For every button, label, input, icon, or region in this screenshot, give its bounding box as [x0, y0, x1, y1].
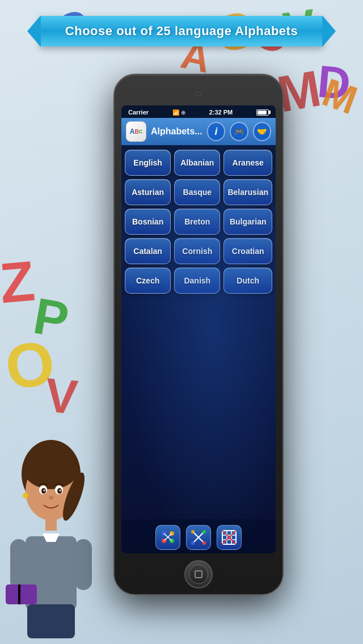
cartoon-woman [0, 429, 113, 644]
language-grid: EnglishAlbanianAraneseAsturianBasqueBela… [121, 145, 276, 298]
app-icon: ABC [126, 121, 146, 142]
info-icon: i [214, 126, 217, 138]
svg-point-28 [191, 530, 195, 533]
lang-btn-basque[interactable]: Basque [174, 179, 220, 205]
app-title: Alphabets... [151, 126, 202, 137]
grid-icon [221, 529, 237, 545]
svg-point-5 [24, 450, 78, 489]
bg-letter: V [43, 367, 80, 426]
hand-icon: 🤝 [257, 127, 267, 136]
svg-rect-16 [75, 539, 92, 590]
phone-top-bar [121, 85, 276, 103]
svg-point-31 [202, 541, 206, 545]
lang-btn-dutch[interactable]: Dutch [223, 268, 272, 294]
svg-rect-19 [27, 604, 75, 638]
lang-btn-belarusian[interactable]: Belarusian [223, 179, 272, 205]
svg-point-13 [49, 496, 53, 499]
dots-icon [160, 529, 176, 545]
wifi-icon: 📶 [172, 109, 179, 116]
app-header: ABC Alphabets... i 🎮 🤝 [121, 118, 276, 145]
banner-ribbon: Choose out of 25 language Alphabets [40, 16, 323, 46]
bottom-toolbar [121, 519, 276, 553]
lang-btn-danish[interactable]: Danish [174, 268, 220, 294]
svg-point-12 [60, 490, 61, 492]
status-bar: Carrier 📶 ⊕ 2:32 PM [121, 105, 276, 118]
gamepad-icon: 🎮 [234, 127, 244, 136]
home-square-icon [195, 570, 202, 578]
home-button-inner [189, 565, 208, 584]
battery-icon [256, 109, 269, 116]
svg-rect-15 [10, 539, 27, 590]
lang-btn-asturian[interactable]: Asturian [125, 179, 171, 205]
lang-btn-bulgarian[interactable]: Bulgarian [223, 209, 272, 235]
info-button[interactable]: i [207, 122, 225, 141]
time-label: 2:32 PM [209, 109, 233, 116]
svg-point-14 [23, 493, 28, 498]
lang-btn-czech[interactable]: Czech [125, 268, 171, 294]
status-icons: 📶 ⊕ [172, 109, 185, 116]
toolbar-btn-2[interactable] [186, 525, 211, 550]
phone-screen: Carrier 📶 ⊕ 2:32 PM ABC Alphabets... i [121, 105, 276, 553]
banner: Choose out of 25 language Alphabets [0, 16, 363, 46]
lang-btn-bosnian[interactable]: Bosnian [125, 209, 171, 235]
lang-btn-catalan[interactable]: Catalan [125, 238, 171, 264]
phone-camera [196, 92, 201, 96]
lang-btn-cornish[interactable]: Cornish [174, 238, 220, 264]
phone-body: Carrier 📶 ⊕ 2:32 PM ABC Alphabets... i [113, 74, 284, 595]
lang-btn-english[interactable]: English [125, 150, 171, 176]
svg-point-11 [44, 490, 45, 492]
svg-rect-17 [6, 584, 37, 604]
game-button[interactable]: 🎮 [230, 122, 248, 141]
loading-icon: ⊕ [181, 109, 185, 116]
lang-btn-aranese[interactable]: Aranese [223, 150, 272, 176]
svg-rect-18 [18, 584, 20, 604]
svg-point-29 [202, 530, 206, 533]
lang-btn-croatian[interactable]: Croatian [223, 238, 272, 264]
bg-letter: Z [0, 248, 37, 316]
toolbar-btn-1[interactable] [155, 525, 180, 550]
carrier-label: Carrier [128, 109, 149, 116]
lines-icon [191, 529, 206, 545]
home-button[interactable] [184, 560, 213, 588]
hand-button[interactable]: 🤝 [253, 122, 271, 141]
lang-btn-breton[interactable]: Breton [174, 209, 220, 235]
svg-point-30 [191, 541, 195, 545]
banner-text: Choose out of 25 language Alphabets [65, 24, 298, 38]
toolbar-btn-3[interactable] [217, 525, 242, 550]
phone: Carrier 📶 ⊕ 2:32 PM ABC Alphabets... i [113, 74, 284, 595]
lang-btn-albanian[interactable]: Albanian [174, 150, 220, 176]
